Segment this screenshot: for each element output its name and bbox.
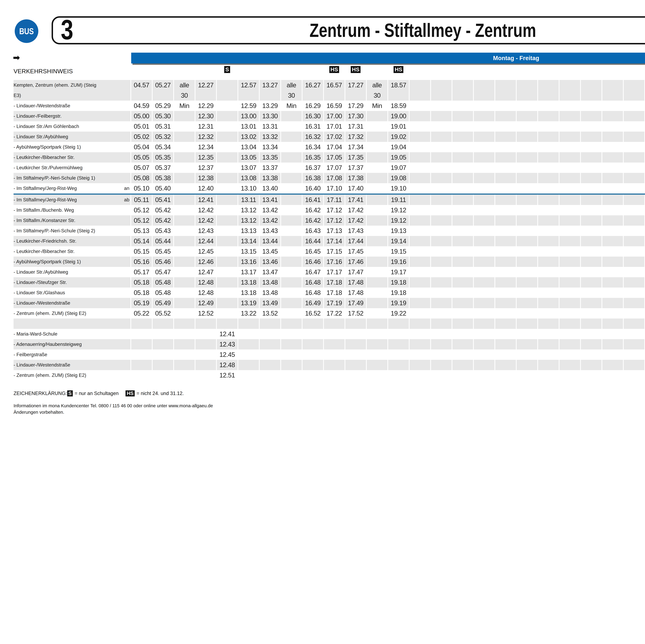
time-cell-line1: 05.27 <box>155 82 171 88</box>
time-cell: 05.17 <box>131 267 152 277</box>
empty-cell <box>217 80 237 100</box>
station-name: - Im Stiftallmey/Jerg-Rist-Weg <box>14 186 77 191</box>
empty-cell <box>581 100 602 111</box>
empty-cell <box>281 195 302 205</box>
empty-cell <box>410 152 430 163</box>
time-cell: 16.29 <box>302 100 323 111</box>
station-name: - Maria-Ward-Schule <box>14 331 57 337</box>
time-cell: 17.42 <box>345 205 366 215</box>
time-cell-line1 <box>526 82 528 88</box>
empty-cell <box>217 246 237 257</box>
empty-cell <box>324 339 345 350</box>
time-cell: 17.13 <box>324 226 345 236</box>
empty-cell <box>217 267 237 277</box>
station-name: Kempten, Zentrum (ehem. ZUM) (Steig <box>14 82 96 88</box>
table-row: - Lindauer-/Westendstraße12.48 <box>14 360 645 370</box>
time-cell: 16.34 <box>302 142 323 152</box>
empty-cell <box>581 267 602 277</box>
empty-cell <box>324 329 345 339</box>
time-cell: 13.07 <box>238 163 259 173</box>
time-cell: 04.59 <box>131 100 152 111</box>
time-cell: 12.43 <box>195 226 216 236</box>
empty-cell <box>474 298 494 308</box>
arrival-departure-label: ab <box>124 197 130 203</box>
time-cell: 17.18 <box>324 277 345 287</box>
legend-heading: ZEICHENERKLÄRUNG: <box>14 391 67 396</box>
time-cell: 19.13 <box>388 226 409 236</box>
time-cell: 13.18 <box>238 287 259 298</box>
empty-cell <box>174 370 195 381</box>
empty-cell <box>602 100 623 111</box>
time-cell: 17.00 <box>324 111 345 121</box>
station-name: - Lindauer-/Feilbergstr. <box>14 114 61 119</box>
empty-cell <box>410 308 430 318</box>
time-cell: 19.04 <box>388 142 409 152</box>
empty-cell <box>538 226 559 236</box>
station-cell: - Zentrum (ehem. ZUM) (Steig E2) <box>14 308 131 318</box>
empty-cell <box>624 298 644 308</box>
time-cell: 13.14 <box>238 236 259 246</box>
time-cell: 13.22 <box>238 308 259 318</box>
station-cell: - Leutkircher-/Biberacher Str. <box>14 246 131 257</box>
time-cell-line2 <box>248 92 249 99</box>
empty-cell <box>581 329 602 339</box>
empty-cell <box>581 142 602 152</box>
time-cell-line1 <box>462 82 464 88</box>
time-cell-line1: alle <box>180 82 189 88</box>
time-cell: 12.34 <box>195 142 216 152</box>
line-number: 3 <box>61 14 73 46</box>
time-cell: 16.43 <box>302 226 323 236</box>
empty-cell <box>195 318 216 329</box>
time-cell: 13.40 <box>260 183 280 194</box>
empty-cell <box>452 205 473 215</box>
empty-cell <box>153 318 173 329</box>
empty-cell <box>602 287 623 298</box>
empty-cell <box>217 205 237 215</box>
empty-cell <box>431 339 452 350</box>
station-name: - Lindauer-/Steufzger Str. <box>14 280 67 285</box>
time-cell: 05.12 <box>131 215 152 226</box>
time-cell: alle30 <box>174 80 195 100</box>
empty-cell <box>517 121 537 132</box>
time-cell: 13.10 <box>238 183 259 194</box>
empty-cell <box>302 339 323 350</box>
empty-cell <box>345 350 366 360</box>
legend: ZEICHENERKLÄRUNG: S = nur an Schultagen … <box>14 390 184 396</box>
empty-cell <box>217 183 237 194</box>
time-cell-line2 <box>226 92 228 99</box>
empty-cell <box>217 195 237 205</box>
time-cell: 05.32 <box>153 132 173 142</box>
empty-cell <box>538 163 559 173</box>
empty-cell <box>517 329 537 339</box>
empty-cell <box>560 111 580 121</box>
footer-info: Informationen im mona Kundencenter Tel. … <box>14 403 213 415</box>
time-cell: 17.52 <box>345 308 366 318</box>
empty-cell <box>217 173 237 183</box>
empty-cell <box>345 329 366 339</box>
table-row: - Lindauer-/Westendstraße05.1905.4912.49… <box>14 298 645 308</box>
empty-cell <box>174 308 195 318</box>
empty-cell <box>388 318 409 329</box>
time-cell: 12.40 <box>195 183 216 194</box>
empty-cell <box>431 132 452 142</box>
time-cell: 05.10 <box>131 183 152 194</box>
empty-cell <box>217 298 237 308</box>
time-cell-line2 <box>419 92 421 99</box>
empty-cell <box>410 267 430 277</box>
table-row: - Im Stiftalmey/P.-Neri-Schule (Steig 2)… <box>14 226 645 236</box>
empty-cell <box>517 226 537 236</box>
empty-cell <box>238 339 259 350</box>
empty-cell <box>131 318 152 329</box>
empty-cell <box>495 350 516 360</box>
empty-cell <box>174 132 195 142</box>
time-cell: 12.52 <box>195 308 216 318</box>
empty-cell <box>431 163 452 173</box>
time-cell: 19.22 <box>388 308 409 318</box>
station-name: - Lindauer Str./Aybühlweg <box>14 269 68 275</box>
table-row: - Aybühlweg/Sportpark (Steig 1)05.0405.3… <box>14 142 645 152</box>
empty-cell <box>581 215 602 226</box>
empty-cell <box>581 111 602 121</box>
time-cell: 12.41 <box>195 195 216 205</box>
empty-cell <box>367 308 387 318</box>
time-cell: 05.52 <box>153 308 173 318</box>
